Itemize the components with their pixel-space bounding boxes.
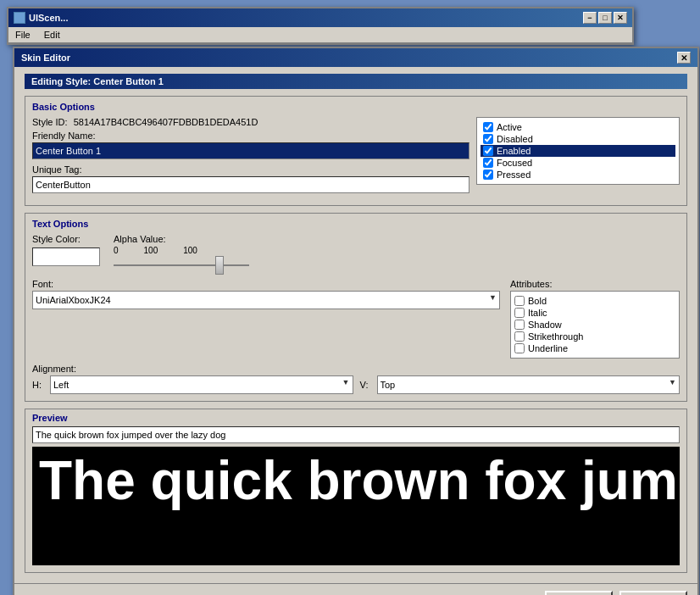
outer-close-button[interactable]: ✕ (614, 12, 627, 24)
preview-group: Preview The quick brown fox jumped o (25, 409, 687, 573)
style-id-value: 5814A17B4CBC496407FDBDB1DEDA451D (74, 117, 258, 127)
dialog-content: Editing Style: Center Button 1 Basic Opt… (14, 67, 697, 583)
color-swatch[interactable] (32, 247, 100, 266)
outer-window: UIScen... − □ ✕ File Edit (7, 7, 634, 45)
basic-options-group: Basic Options Style ID: 5814A17B4CBC4964… (25, 96, 687, 206)
font-left: Font: UniArialXboxJK24 (32, 279, 500, 309)
font-attributes-row: Font: UniArialXboxJK24 Attributes: BoldI… (32, 279, 680, 359)
ok-button[interactable]: OK (545, 591, 613, 595)
alpha-section: Alpha Value: 0 100 100 (114, 234, 680, 274)
basic-options-inner: Style ID: 5814A17B4CBC496407FDBDB1DEDA45… (32, 117, 680, 198)
align-h-label: H: (32, 380, 42, 390)
maximize-button[interactable]: □ (598, 12, 612, 24)
app-icon (14, 12, 25, 24)
attributes-label: Attributes: (510, 279, 680, 289)
editing-style-header: Editing Style: Center Button 1 (25, 74, 687, 89)
align-h-wrapper: Left Center Right (50, 375, 353, 394)
attr-item-shadow: Shadow (514, 319, 675, 331)
align-h-select[interactable]: Left Center Right (50, 375, 353, 394)
text-options-group: Text Options Style Color: Alpha Value: 0… (25, 213, 687, 402)
dialog-title: Skin Editor (21, 53, 70, 63)
friendly-name-row: Friendly Name: (32, 131, 469, 159)
alignment-section: Alignment: H: Left Center Right V: Top (32, 364, 680, 394)
outer-titlebar-left: UIScen... (14, 12, 68, 24)
menu-edit[interactable]: Edit (41, 29, 64, 41)
font-select-wrapper: UniArialXboxJK24 (32, 291, 500, 309)
attr-item-italic: Italic (514, 307, 675, 319)
checklist-item-pressed[interactable]: Pressed (481, 169, 675, 181)
friendly-name-input[interactable] (32, 142, 469, 159)
attr-item-strikethrough: Strikethrough (514, 331, 675, 342)
align-v-select[interactable]: Top Middle Bottom (377, 375, 681, 394)
friendly-name-label: Friendly Name: (32, 131, 469, 141)
style-color-label: Style Color: (32, 234, 100, 244)
text-options-title: Text Options (32, 219, 680, 229)
menu-file[interactable]: File (12, 29, 34, 41)
font-right: Attributes: BoldItalicShadowStrikethroug… (510, 279, 680, 359)
font-select[interactable]: UniArialXboxJK24 (32, 291, 500, 309)
outer-window-title: UIScen... (29, 13, 68, 23)
style-id-label: Style ID: (32, 117, 68, 127)
preview-title: Preview (25, 409, 686, 426)
preview-canvas: The quick brown fox jumped o (32, 447, 680, 565)
attr-item-bold: Bold (514, 295, 675, 307)
basic-options-left: Style ID: 5814A17B4CBC496407FDBDB1DEDA45… (32, 117, 469, 198)
outer-titlebar: UIScen... − □ ✕ (8, 8, 632, 27)
outer-titlebar-controls: − □ ✕ (583, 12, 627, 24)
basic-options-title: Basic Options (32, 102, 680, 112)
unique-tag-row: Unique Tag: (32, 164, 469, 193)
basic-options-right: ActiveDisabledEnabledFocusedPressed (476, 117, 680, 198)
align-v-label: V: (360, 380, 369, 390)
alignment-row: H: Left Center Right V: Top Middle (32, 375, 680, 394)
unique-tag-label: Unique Tag: (32, 164, 469, 175)
alpha-min: 0 (114, 246, 119, 255)
state-checklist: ActiveDisabledEnabledFocusedPressed (476, 117, 680, 185)
checklist-item-enabled[interactable]: Enabled (481, 145, 675, 157)
alpha-slider-container (114, 257, 249, 274)
attr-item-underline: Underline (514, 342, 675, 354)
preview-text-input[interactable] (32, 426, 680, 443)
color-alpha-row: Style Color: Alpha Value: 0 100 100 (32, 234, 680, 274)
minimize-button[interactable]: − (583, 12, 597, 24)
alpha-label: Alpha Value: (114, 234, 680, 244)
style-color-section: Style Color: (32, 234, 100, 266)
checklist-item-focused[interactable]: Focused (481, 157, 675, 169)
alpha-slider-thumb[interactable] (215, 256, 224, 275)
font-label: Font: (32, 279, 500, 289)
skin-editor-dialog: Skin Editor ✕ Editing Style: Center Butt… (13, 47, 699, 595)
preview-display-text: The quick brown fox jumped o (32, 447, 680, 514)
unique-tag-input[interactable] (32, 176, 469, 193)
editing-style-title: Editing Style: Center Button 1 (31, 76, 164, 86)
alignment-label: Alignment: (32, 364, 680, 374)
checklist-item-disabled[interactable]: Disabled (481, 133, 675, 145)
align-v-wrapper: Top Middle Bottom (377, 375, 681, 394)
alpha-max2: 100 (183, 246, 197, 255)
alpha-max1: 100 (144, 246, 158, 255)
dialog-titlebar: Skin Editor ✕ (14, 48, 697, 67)
slider-track (114, 264, 249, 266)
cancel-button[interactable]: Cancel (619, 591, 687, 595)
dialog-close-button[interactable]: ✕ (677, 52, 691, 64)
attributes-list: BoldItalicShadowStrikethroughUnderline (510, 291, 680, 359)
style-id-row: Style ID: 5814A17B4CBC496407FDBDB1DEDA45… (32, 117, 469, 127)
alpha-numbers: 0 100 100 (114, 246, 680, 255)
menubar: File Edit (8, 27, 632, 43)
checklist-item-active[interactable]: Active (481, 121, 675, 133)
dialog-footer: OK Cancel (14, 583, 697, 595)
